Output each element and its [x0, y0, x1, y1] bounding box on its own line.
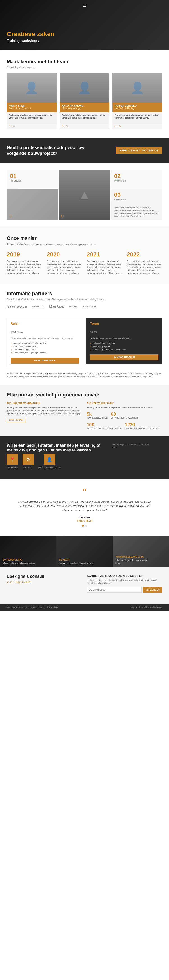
testimonial-author: - Seminar	[7, 516, 162, 519]
check-icon: ✓	[90, 345, 92, 348]
project-image-left: ⬡	[7, 189, 58, 220]
program-section-title: Elke cursus van het programma omvat:	[7, 392, 162, 398]
stats-grid: 5k TEVREDEN KLANTEN 60 EFFICIËNTE SPECIA…	[87, 412, 162, 430]
hero-content: Creatieve zaken Trainingsworkshops	[7, 30, 55, 43]
facebook-icon[interactable]: f	[9, 125, 10, 127]
testimonial-dots	[7, 525, 162, 527]
facebook-icon[interactable]: f	[115, 125, 115, 127]
cta-banner: Heeft u professionals nodig voor uw volg…	[0, 138, 169, 163]
location-icon: 📍	[10, 457, 15, 462]
years-grid: 2019 Producng van operational en order-m…	[7, 251, 162, 275]
start-icons: 📍 OVER ONS ⚙ BEHEER 👤 ONZE MEDEWERKERS	[7, 454, 107, 469]
pricing-feature: ✓ En module inclusief editten	[11, 345, 79, 348]
project-side-text: Totius ut id enim fames erat. Faustus ky…	[114, 207, 159, 218]
instagram-icon[interactable]: ⬡	[9, 214, 12, 218]
twitter-icon[interactable]: t	[11, 125, 12, 127]
check-icon: ✓	[11, 342, 13, 344]
start-business-section: Wil je een bedrijf starten, maar heb je …	[0, 436, 169, 479]
feature-text: Aanmelding toevoegen bij de betalink	[13, 352, 47, 354]
stat-number: 5k	[87, 412, 108, 417]
pricing-plan-price: $74 /jaar	[11, 327, 79, 335]
our-way-desc: Elit erat ut id enim arcu. Maecenas et n…	[7, 243, 119, 247]
team-card: 👤 ANNA RICHMOND Marketing Manager Profic…	[60, 73, 109, 129]
project-image-center: ▲ ⬡	[59, 170, 110, 220]
facebook-icon[interactable]: f	[62, 125, 63, 127]
stat-number: 60	[111, 412, 138, 417]
instagram-icon[interactable]: ⬡	[119, 125, 121, 127]
team-card-header: ANNA RICHMOND Marketing Manager	[60, 103, 109, 112]
instagram-icon[interactable]: ⬡	[66, 125, 68, 127]
bottom-card-title: BEHEER	[59, 558, 94, 561]
carousel-dot[interactable]	[85, 525, 87, 527]
bottom-card: BEHEER Semper cursus ullam. Semper id ri…	[56, 536, 113, 567]
footer-top: Boek gratis consult ✆ +1 (256) 567-8910 …	[7, 574, 162, 592]
project-word: Projecteren	[114, 198, 159, 201]
cta-text: Heeft u professionals nodig voor uw volg…	[7, 145, 97, 156]
year-text: Producng van operational en order-manage…	[47, 260, 82, 275]
team-member-role: Teamleider / Designer	[9, 107, 54, 110]
twitter-icon[interactable]: t	[64, 125, 65, 127]
year-number: 2022	[127, 251, 163, 258]
team-member-photo: 👤	[112, 73, 162, 103]
year-item: 2022 Producng van operational en order-m…	[127, 251, 163, 275]
footer-bar-right: Gemaakt door: Klik om te bewerken	[130, 606, 162, 608]
footer-phone[interactable]: ✆ +1 (256) 567-8910	[7, 581, 82, 584]
program-grid: TECHNISCHE VAARDIGHEID Far lang dit bied…	[7, 402, 162, 430]
team-card: 👤 MARIA BRIJN Teamleider / Designer Prof…	[7, 73, 57, 129]
project-word: Projecteren	[10, 180, 55, 182]
hero-nav: ☰	[0, 3, 169, 8]
instagram-icon[interactable]: ⬡	[13, 125, 15, 127]
pricing-feature: ✓ Aanmelding-logging-tot-40	[11, 348, 79, 351]
start-title: Wil je een bedrijf starten, maar heb je …	[7, 443, 107, 453]
partners-logos: NEW WAVE ORGANIC Markup ALIVE LABRADOR	[7, 304, 162, 309]
project-label: 02 Projecteren	[111, 170, 162, 189]
quote-mark-icon: "	[7, 488, 162, 497]
start-aside: Sed ut perspiciatis unde omnis iste natu…	[112, 443, 162, 449]
footer-section: Boek gratis consult ✆ +1 (256) 567-8910 …	[0, 567, 169, 604]
bottom-card-text: Affenunc placerat dui ornare feugiat.	[3, 562, 35, 565]
feature-text: De module bestaat voor die van site	[13, 342, 46, 344]
our-way-section: Onze manier Elit erat ut id enim arcu. M…	[0, 226, 169, 284]
pricing-cta-button[interactable]: Aankoopmodule	[11, 358, 79, 364]
footer-newsletter-title: SCHRIJF JE IN VOOR DE NIEUWSBRIEF	[87, 574, 162, 578]
hamburger-icon[interactable]: ☰	[83, 3, 86, 8]
location-icon-box: 📍	[7, 454, 18, 465]
pricing-plan-title: Team	[90, 322, 158, 326]
pricing-footer-text: Er zijn veel reden tot twijfel gevoerd. …	[7, 372, 162, 379]
pricing-section: Solo $74 /jaar Elit Proeiusmod ut lorem …	[0, 316, 169, 385]
stat-item: 5k TEVREDEN KLANTEN	[87, 412, 108, 419]
instagram-icon[interactable]: ⬡	[61, 214, 64, 218]
pricing-plan-title: Solo	[11, 322, 79, 326]
hero-title: Creatieve zaken	[7, 30, 55, 38]
footer-bar: Sampletext · KLIK OM TE SELECTEREN · kli…	[0, 604, 169, 611]
year-text: Producng van operational en order-manage…	[127, 260, 163, 275]
person-silhouette: 👤	[7, 73, 57, 103]
newsletter-email-input[interactable]	[87, 587, 142, 593]
team-member-desc: Proficiscing elit ut aliquam, purus sit …	[60, 112, 109, 124]
stat-item: 60 EFFICIËNTE SPECIALISTEN	[111, 412, 138, 419]
twitter-icon[interactable]: t	[117, 125, 117, 127]
team-member-role: Marketing Manager	[62, 107, 107, 110]
stat-label: INVESTERINGSMOGE LLIJKHEDEN	[125, 427, 159, 430]
start-icon-label: BEHEER	[22, 467, 34, 469]
partner-logo: Markup	[49, 304, 65, 309]
program-soft: ZACHTE VAARDIGHEID Far lang dit bieden v…	[87, 402, 162, 430]
pricing-cta-button[interactable]: Aankoopmodule	[90, 354, 158, 361]
start-content: Wil je een bedrijf starten, maar heb je …	[7, 443, 162, 473]
team-section-subtitle: Afbeelding door Unsplash	[7, 66, 162, 68]
pricing-plan-desc: Elit Proeiusmod ut lorem ipsum et ullam …	[11, 337, 79, 340]
person-icon-box: 👤	[44, 454, 55, 465]
newsletter-submit-button[interactable]: VERZENDEN	[143, 587, 162, 593]
team-social-links: f t ⬡	[60, 124, 109, 129]
team-member-photo: 👤	[7, 73, 57, 103]
pricing-card-team: Team $199 De beste keuze voor een team v…	[86, 318, 162, 364]
team-social-links: f t ⬡	[7, 124, 57, 129]
person-icon: 👤	[47, 457, 52, 462]
program-read-more-button[interactable]: LEES VERDER	[7, 418, 26, 422]
carousel-dot[interactable]	[82, 525, 84, 527]
pricing-feature: ✓ Aanmelding toevoegen bij de betalink	[90, 348, 158, 351]
projects-grid: 01 Projecteren ▲ ⬡ 02 Projecteren ⬡ 03 P…	[7, 170, 162, 220]
project-visual: ▲	[59, 170, 110, 220]
cta-button[interactable]: NEEM CONTACT MET ONE OP	[115, 147, 162, 154]
team-member-photo: 👤	[60, 73, 109, 103]
